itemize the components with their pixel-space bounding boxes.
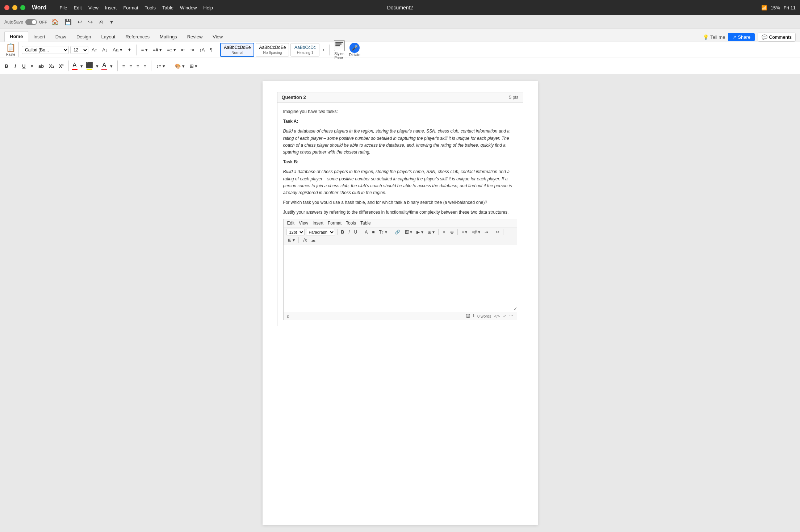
et-font-color[interactable]: A xyxy=(363,229,369,235)
font-size-select[interactable]: 12 xyxy=(70,46,88,54)
et-embed[interactable]: ⊞ ▾ xyxy=(426,229,436,235)
tab-mailings[interactable]: Mailings xyxy=(155,32,182,42)
increase-font-btn[interactable]: A↑ xyxy=(90,46,99,54)
editor-expand-icon[interactable]: ⤢ xyxy=(503,314,506,318)
editor-code-view-icon[interactable]: </> xyxy=(494,314,500,318)
style-no-spacing[interactable]: AaBbCcDdEe No Spacing xyxy=(256,43,289,56)
et-table[interactable]: ⊞ ▾ xyxy=(286,237,296,243)
show-formatting-btn[interactable]: ¶ xyxy=(208,46,214,54)
tab-insert[interactable]: Insert xyxy=(28,32,50,42)
highlight-dropdown[interactable]: ▾ xyxy=(94,62,100,70)
redo-icon[interactable]: ↪ xyxy=(87,18,94,26)
tab-review[interactable]: Review xyxy=(182,32,208,42)
line-spacing-btn[interactable]: ↕≡ ▾ xyxy=(154,62,167,70)
sort-btn[interactable]: ↕A xyxy=(197,46,206,54)
strikethrough-btn[interactable]: ab xyxy=(37,62,46,70)
font-color-btn[interactable]: A xyxy=(72,62,78,70)
borders-btn[interactable]: ⊞ ▾ xyxy=(188,62,200,70)
underline-dropdown[interactable]: ▾ xyxy=(29,62,35,70)
editor-menu-view[interactable]: View xyxy=(299,221,308,226)
align-left-btn[interactable]: ≡ xyxy=(121,62,127,70)
et-italic[interactable]: I xyxy=(347,229,351,235)
et-formula[interactable]: √x xyxy=(301,237,309,243)
tab-view[interactable]: View xyxy=(208,32,228,42)
tab-draw[interactable]: Draw xyxy=(50,32,71,42)
tab-references[interactable]: References xyxy=(121,32,155,42)
font-family-select[interactable]: Calibri (Bo... xyxy=(22,46,69,54)
et-image[interactable]: 🖼 ▾ xyxy=(403,229,414,235)
superscript-btn[interactable]: X² xyxy=(57,62,66,70)
maximize-button[interactable] xyxy=(20,5,25,10)
et-list[interactable]: ≡# ▾ xyxy=(470,229,482,235)
menu-help[interactable]: Help xyxy=(200,4,216,12)
tab-design[interactable]: Design xyxy=(71,32,96,42)
styles-pane-button[interactable]: StylesPane xyxy=(332,39,346,61)
et-text-format[interactable]: T↕ ▾ xyxy=(377,229,389,235)
share-button[interactable]: ↗ Share xyxy=(728,33,755,41)
menu-format[interactable]: Format xyxy=(120,4,141,12)
justify-btn[interactable]: ≡ xyxy=(142,62,148,70)
increase-indent-btn[interactable]: ⇥ xyxy=(188,46,196,54)
highlight-btn[interactable]: ⬛ xyxy=(86,62,93,70)
undo-icon[interactable]: ↩ xyxy=(76,18,84,26)
menu-edit[interactable]: Edit xyxy=(71,4,85,12)
minimize-button[interactable] xyxy=(12,5,17,10)
editor-font-size[interactable]: 12pt xyxy=(286,229,305,235)
text-color-btn[interactable]: A xyxy=(101,62,107,70)
editor-paragraph-style[interactable]: Paragraph xyxy=(306,229,335,235)
clear-format-btn[interactable]: ✦ xyxy=(126,46,133,54)
font-color-dropdown[interactable]: ▾ xyxy=(79,62,85,70)
italic-btn[interactable]: I xyxy=(12,62,19,70)
editor-info-icon[interactable]: ℹ xyxy=(473,314,474,318)
numbered-list-btn[interactable]: ≡# ▾ xyxy=(151,46,164,54)
et-highlight[interactable]: ■ xyxy=(370,229,376,235)
subscript-btn[interactable]: X₂ xyxy=(47,62,56,70)
et-bold[interactable]: B xyxy=(340,229,346,235)
print-icon[interactable]: 🖨 xyxy=(97,18,106,26)
et-media[interactable]: ▶ ▾ xyxy=(415,229,424,235)
editor-menu-table[interactable]: Table xyxy=(360,221,371,226)
menu-table[interactable]: Table xyxy=(159,4,176,12)
editor-feedback-icon[interactable]: 🖼 xyxy=(466,314,470,318)
comments-button[interactable]: 💬 Comments xyxy=(758,33,796,42)
bullet-list-btn[interactable]: ≡ ▾ xyxy=(139,46,150,54)
et-underline[interactable]: U xyxy=(353,229,359,235)
close-button[interactable] xyxy=(4,5,9,10)
menu-view[interactable]: View xyxy=(85,4,101,12)
case-btn[interactable]: Aa ▾ xyxy=(111,46,124,54)
et-link[interactable]: 🔗 xyxy=(393,229,402,235)
decrease-font-btn[interactable]: A↓ xyxy=(100,46,109,54)
more-styles-btn[interactable]: › xyxy=(321,46,326,54)
et-special1[interactable]: ✦ xyxy=(441,229,447,235)
et-align[interactable]: ≡ ▾ xyxy=(460,229,469,235)
editor-menu-insert[interactable]: Insert xyxy=(313,221,323,226)
text-color-dropdown[interactable]: ▾ xyxy=(108,62,114,70)
multilevel-list-btn[interactable]: ≡↕ ▾ xyxy=(166,46,178,54)
home-icon[interactable]: 🏠 xyxy=(50,18,60,26)
decrease-indent-btn[interactable]: ⇤ xyxy=(179,46,187,54)
align-center-btn[interactable]: ≡ xyxy=(127,62,134,70)
fill-color-btn[interactable]: 🎨 ▾ xyxy=(173,62,187,70)
tab-home[interactable]: Home xyxy=(4,31,28,42)
menu-window[interactable]: Window xyxy=(177,4,200,12)
style-normal[interactable]: AaBbCcDdEe Normal xyxy=(220,43,254,57)
et-cloud[interactable]: ☁ xyxy=(310,237,317,243)
menu-file[interactable]: File xyxy=(57,4,70,12)
paste-icon[interactable]: 📋 xyxy=(6,43,16,53)
autosave-toggle[interactable] xyxy=(25,19,37,25)
editor-menu-format[interactable]: Format xyxy=(328,221,342,226)
editor-content-area[interactable] xyxy=(284,245,517,310)
et-cut[interactable]: ✂ xyxy=(494,229,501,235)
editor-menu-edit[interactable]: Edit xyxy=(287,221,295,226)
style-heading1[interactable]: AaBbCcDc Heading 1 xyxy=(290,43,319,56)
editor-more-icon[interactable]: ⋯ xyxy=(509,314,513,318)
align-right-btn[interactable]: ≡ xyxy=(135,62,141,70)
underline-btn[interactable]: U xyxy=(20,62,28,70)
tab-layout[interactable]: Layout xyxy=(96,32,120,42)
dictate-button[interactable]: 🎤 Dictate xyxy=(348,41,362,58)
bold-btn[interactable]: B xyxy=(3,62,10,70)
menu-tools[interactable]: Tools xyxy=(142,4,159,12)
menu-insert[interactable]: Insert xyxy=(102,4,120,12)
customize-icon[interactable]: ▾ xyxy=(109,18,114,26)
et-indent[interactable]: ⇥ xyxy=(483,229,490,235)
